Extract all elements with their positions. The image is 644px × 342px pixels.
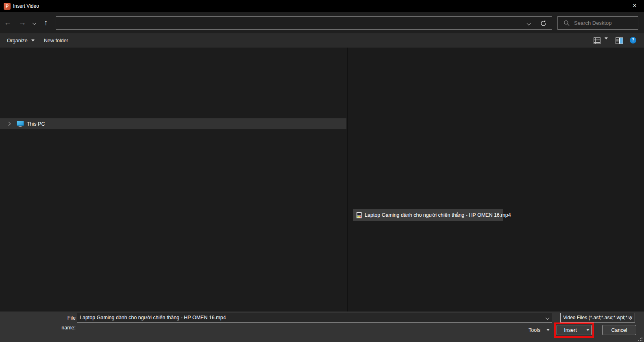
help-icon[interactable]: ? [630,37,636,44]
navigation-pane: This PC [0,48,347,312]
search-input[interactable] [574,17,635,28]
address-dropdown-chevron-icon[interactable] [527,22,531,26]
insert-video-dialog: P Insert Video × ← → ↑ Organize [0,0,644,342]
organize-dropdown-icon [31,39,35,41]
tree-item-label: This PC [27,121,45,127]
cancel-label: Cancel [611,327,627,333]
window-title: Insert Video [13,0,39,12]
file-list-pane: Laptop Gaming dành cho người chiến thắng… [348,48,644,312]
close-icon[interactable]: × [625,0,644,12]
recent-locations-chevron-icon[interactable] [33,21,37,25]
expand-chevron-icon[interactable] [7,122,11,126]
preview-pane-icon[interactable] [616,37,623,44]
file-name-label: File name: [52,313,76,323]
dialog-footer: File name: Video Files (*.asf;*.asx;*.wp… [0,312,644,342]
selected-file-item[interactable]: Laptop Gaming dành cho người chiến thắng… [353,209,503,221]
tools-dropdown-icon [546,329,550,331]
command-toolbar: Organize New folder ? [0,33,644,48]
tools-label: Tools [529,327,540,333]
search-icon [564,20,570,26]
organize-label: Organize [7,38,28,44]
file-type-select[interactable]: Video Files (*.asf;*.asx;*.wpl;*.w [560,313,635,322]
up-icon[interactable]: ↑ [41,12,51,33]
search-box[interactable] [557,16,638,30]
cancel-button[interactable]: Cancel [602,325,636,335]
forward-icon[interactable]: → [17,12,28,33]
title-bar: P Insert Video × [0,0,644,12]
video-file-icon [356,212,362,218]
back-icon[interactable]: ← [2,12,13,33]
new-folder-label: New folder [44,38,68,44]
this-pc-icon [17,121,24,127]
tree-item-this-pc[interactable]: This PC [0,118,346,129]
address-bar[interactable] [56,16,552,30]
file-name-input[interactable] [77,313,541,322]
organize-button[interactable]: Organize [7,33,35,48]
file-name-combo[interactable] [77,313,552,322]
file-name-dropdown-chevron-icon[interactable] [546,316,550,320]
selected-file-name: Laptop Gaming dành cho người chiến thắng… [365,212,511,218]
file-type-value: Video Files (*.asf;*.asx;*.wpl;*.w [563,315,632,320]
resize-grip-icon[interactable] [638,337,642,341]
address-input[interactable] [58,17,517,28]
navigation-bar: ← → ↑ [0,12,644,33]
new-folder-button[interactable]: New folder [44,33,68,48]
powerpoint-icon: P [4,3,11,10]
details-view-icon[interactable] [594,37,600,44]
views-dropdown-icon[interactable] [605,39,608,47]
annotation-highlight-box [554,322,594,338]
tools-button[interactable]: Tools [529,325,550,335]
refresh-icon[interactable] [540,20,547,27]
